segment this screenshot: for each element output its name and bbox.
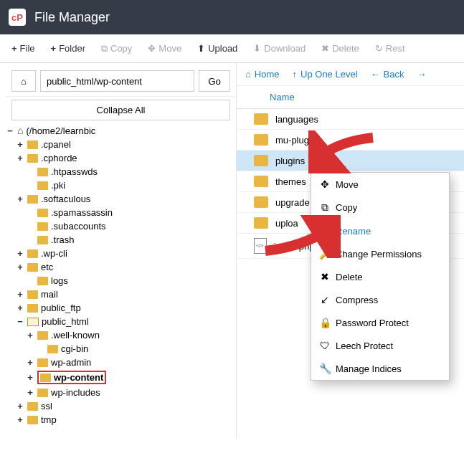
file-row[interactable]: mu-plugins: [237, 130, 464, 151]
context-menu-item[interactable]: ⧉Copy: [311, 196, 449, 219]
tree-item-label: etc: [41, 262, 53, 272]
folder-icon: [37, 358, 48, 367]
home-icon: ⌂: [21, 76, 27, 87]
folder-icon: [27, 416, 38, 424]
folder-icon: [37, 222, 48, 231]
tree-item-label: .subaccounts: [51, 221, 106, 232]
expand-icon[interactable]: −: [16, 316, 24, 327]
file-row[interactable]: languages: [237, 109, 464, 130]
tree-item[interactable]: +wp-content: [6, 369, 236, 386]
expand-icon[interactable]: +: [16, 194, 24, 204]
tree-item[interactable]: +.cpanel: [6, 138, 236, 151]
expand-icon[interactable]: +: [26, 330, 34, 341]
tree-item[interactable]: +tmp: [6, 413, 236, 427]
nav-back[interactable]: ←Back: [371, 69, 404, 80]
folder-icon: [37, 277, 48, 285]
up-icon: ↑: [293, 69, 298, 80]
menu-label: Move: [336, 179, 359, 190]
download-button: ⬇Download: [247, 39, 311, 58]
tree-item[interactable]: +.well-known: [6, 328, 236, 342]
expand-icon[interactable]: +: [26, 357, 34, 368]
menu-label: Manage Indices: [336, 363, 402, 374]
tree-item[interactable]: .trash: [6, 233, 236, 247]
context-menu-item[interactable]: ✥Move: [311, 173, 449, 196]
tree-item[interactable]: +.wp-cli: [6, 247, 236, 260]
column-header-name[interactable]: Name: [237, 86, 464, 109]
go-button[interactable]: Go: [199, 70, 230, 92]
collapse-icon[interactable]: −: [6, 125, 14, 136]
folder-icon: [37, 181, 48, 190]
context-menu-item[interactable]: 🔧Manage Indices: [311, 357, 449, 380]
menu-icon: 🔧: [320, 363, 330, 374]
tree-item-label: logs: [51, 275, 68, 286]
tree-root[interactable]: − ⌂ (/home2/learnbic: [6, 123, 236, 138]
folder-icon: [254, 196, 268, 208]
move-icon: ✥: [148, 43, 156, 54]
expand-icon[interactable]: +: [26, 372, 34, 383]
folder-icon: [27, 263, 38, 272]
expand-icon[interactable]: +: [16, 401, 24, 411]
tree-item-label: .spamassassin: [51, 207, 113, 218]
tree-item-label: public_ftp: [41, 303, 81, 313]
home-button[interactable]: ⌂: [11, 70, 36, 92]
file-name: languages: [275, 114, 318, 125]
copy-button: ⧉Copy: [95, 39, 138, 59]
tree-item[interactable]: +ssl: [6, 399, 236, 413]
expand-icon[interactable]: +: [16, 303, 24, 313]
path-input[interactable]: [40, 70, 194, 92]
file-icon: [254, 238, 267, 254]
nav-home[interactable]: ⌂Home: [245, 69, 280, 80]
tree-item[interactable]: .spamassassin: [6, 206, 236, 219]
context-menu-item[interactable]: 🔒Password Protect: [311, 311, 449, 334]
tree-item-label: .wp-cli: [41, 248, 67, 259]
collapse-all-button[interactable]: Collapse All: [11, 100, 230, 120]
nav-up[interactable]: ↑Up One Level: [293, 69, 358, 80]
tree-item[interactable]: +wp-admin: [6, 356, 236, 369]
tree-item-label: .cphorde: [41, 153, 77, 163]
tree-item[interactable]: +public_ftp: [6, 301, 236, 315]
file-row[interactable]: plugins: [237, 151, 464, 171]
new-file-button[interactable]: +File: [6, 39, 41, 58]
expand-icon[interactable]: +: [16, 414, 24, 425]
context-menu: ✥Move⧉Copy▮Rename🔑Change Permissions✖Del…: [311, 172, 450, 381]
file-name: uploa: [275, 218, 298, 229]
copy-icon: ⧉: [101, 43, 108, 54]
expand-icon[interactable]: +: [16, 153, 24, 163]
expand-icon[interactable]: +: [26, 387, 34, 398]
folder-tree: − ⌂ (/home2/learnbic +.cpanel+.cphorde.h…: [6, 123, 236, 427]
expand-icon[interactable]: +: [16, 248, 24, 259]
tree-item[interactable]: +.cphorde: [6, 151, 236, 165]
folder-icon: [27, 154, 38, 163]
expand-icon[interactable]: +: [16, 262, 24, 272]
folder-icon: [37, 168, 48, 176]
main-toolbar: +File +Folder ⧉Copy ✥Move ⬆Upload ⬇Downl…: [0, 34, 464, 63]
context-menu-item[interactable]: 🔑Change Permissions: [311, 242, 449, 265]
new-folder-button[interactable]: +Folder: [45, 39, 91, 58]
context-menu-item[interactable]: ↙Compress: [311, 288, 449, 311]
upload-button[interactable]: ⬆Upload: [191, 39, 243, 58]
context-menu-item[interactable]: ✖Delete: [311, 265, 449, 288]
nav-forward[interactable]: →: [417, 69, 426, 80]
context-menu-item[interactable]: ▮Rename: [311, 219, 449, 242]
tree-item[interactable]: .htpasswds: [6, 165, 236, 178]
context-menu-item[interactable]: 🛡Leech Protect: [311, 334, 449, 357]
tree-item[interactable]: +mail: [6, 287, 236, 301]
selected-highlight: wp-content: [37, 371, 106, 384]
menu-icon: ▮: [320, 225, 330, 237]
tree-item[interactable]: +etc: [6, 260, 236, 274]
tree-item[interactable]: −public_html: [6, 315, 236, 328]
menu-icon: ↙: [320, 294, 330, 305]
folder-icon: [40, 373, 51, 382]
folder-icon: [37, 389, 48, 397]
tree-item[interactable]: cgi-bin: [6, 342, 236, 356]
expand-icon[interactable]: +: [16, 289, 24, 300]
tree-item[interactable]: logs: [6, 274, 236, 287]
tree-item-label: cgi-bin: [61, 343, 88, 354]
tree-item[interactable]: .pki: [6, 178, 236, 192]
tree-item[interactable]: .subaccounts: [6, 219, 236, 233]
tree-item[interactable]: +wp-includes: [6, 386, 236, 399]
nav-row: ⌂Home ↑Up One Level ←Back →: [237, 63, 464, 86]
app-title: File Manager: [34, 10, 110, 25]
tree-item[interactable]: +.softaculous: [6, 192, 236, 206]
expand-icon[interactable]: +: [16, 139, 24, 150]
